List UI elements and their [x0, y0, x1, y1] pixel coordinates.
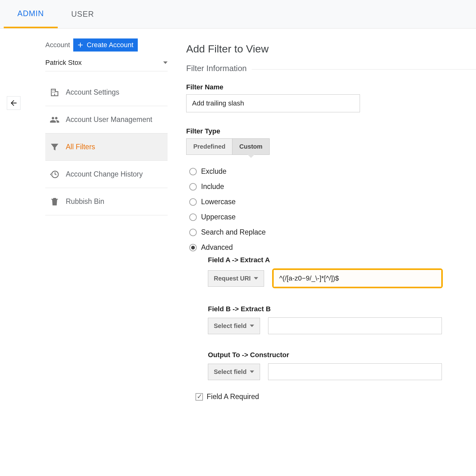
history-icon — [50, 169, 60, 179]
radio-icon — [189, 244, 197, 251]
radio-icon — [189, 168, 197, 175]
create-account-button[interactable]: Create Account — [73, 38, 138, 52]
radio-advanced[interactable]: Advanced — [189, 243, 476, 252]
field-b-select-label: Select field — [214, 322, 247, 330]
nav-label: Account Settings — [66, 88, 119, 97]
chevron-down-icon — [250, 325, 254, 327]
field-b-select[interactable]: Select field — [208, 318, 260, 334]
field-b-label: Field B -> Extract B — [208, 305, 476, 313]
trash-icon — [50, 197, 60, 207]
gutter — [0, 29, 20, 401]
field-a-required-checkbox[interactable]: Field A Required — [186, 393, 476, 401]
radio-include[interactable]: Include — [189, 182, 476, 191]
filter-type-toggle: Predefined Custom — [186, 138, 476, 155]
field-a-select[interactable]: Request URI — [208, 270, 264, 287]
output-input[interactable] — [268, 363, 442, 380]
radio-lowercase[interactable]: Lowercase — [189, 198, 476, 206]
account-column: Account Create Account Patrick Stox Acco… — [20, 29, 176, 401]
field-a-label: Field A -> Extract A — [208, 256, 476, 264]
radio-label: Advanced — [201, 243, 233, 252]
topbar: ADMIN USER — [0, 0, 476, 29]
filter-icon — [50, 142, 60, 152]
field-b-input[interactable] — [268, 317, 442, 334]
checkbox-icon — [195, 393, 203, 401]
collapse-button[interactable] — [7, 96, 20, 110]
nav-label: Account Change History — [66, 170, 143, 178]
field-a-highlight — [272, 268, 443, 288]
chevron-down-icon — [163, 61, 168, 64]
nav-change-history[interactable]: Account Change History — [45, 161, 168, 188]
radio-label: Exclude — [201, 167, 227, 176]
toggle-predefined[interactable]: Predefined — [186, 138, 232, 155]
section-filter-info: Filter Information — [186, 64, 247, 73]
chevron-down-icon — [254, 277, 258, 280]
plus-icon — [76, 41, 84, 49]
output-select-label: Select field — [214, 368, 247, 375]
output-select[interactable]: Select field — [208, 364, 260, 380]
nav-rubbish-bin[interactable]: Rubbish Bin — [45, 188, 168, 215]
account-select[interactable]: Patrick Stox — [45, 54, 168, 71]
radio-search-replace[interactable]: Search and Replace — [189, 228, 476, 236]
account-selected-name: Patrick Stox — [45, 59, 82, 67]
checkbox-label: Field A Required — [207, 393, 259, 401]
toggle-custom[interactable]: Custom — [232, 138, 269, 155]
field-a-select-label: Request URI — [214, 275, 251, 282]
radio-label: Include — [201, 182, 224, 191]
filter-name-label: Filter Name — [186, 83, 476, 91]
account-column-label: Account — [45, 41, 70, 49]
radio-icon — [189, 229, 197, 236]
nav-all-filters[interactable]: All Filters — [45, 133, 168, 161]
nav-label: Account User Management — [66, 115, 152, 124]
filter-type-label: Filter Type — [186, 127, 476, 135]
radio-exclude[interactable]: Exclude — [189, 167, 476, 176]
radio-label: Search and Replace — [201, 228, 266, 236]
users-icon — [50, 115, 60, 125]
page-title: Add Filter to View — [186, 43, 476, 55]
nav-label: All Filters — [66, 143, 95, 151]
create-account-label: Create Account — [87, 41, 133, 49]
chevron-down-icon — [250, 370, 254, 373]
radio-label: Uppercase — [201, 213, 236, 221]
radio-label: Lowercase — [201, 198, 236, 206]
filter-name-input[interactable] — [186, 94, 360, 112]
nav-user-management[interactable]: Account User Management — [45, 106, 168, 133]
back-arrow-icon — [9, 99, 18, 107]
tab-user[interactable]: USER — [58, 0, 108, 28]
building-icon — [50, 88, 60, 97]
nav-account-settings[interactable]: Account Settings — [45, 79, 168, 106]
tab-admin[interactable]: ADMIN — [4, 0, 58, 28]
radio-icon — [189, 183, 197, 191]
nav-label: Rubbish Bin — [66, 197, 104, 206]
output-label: Output To -> Constructor — [208, 351, 476, 359]
field-a-input[interactable] — [274, 270, 441, 287]
radio-icon — [189, 213, 197, 221]
radio-icon — [189, 198, 197, 206]
radio-uppercase[interactable]: Uppercase — [189, 213, 476, 221]
content: Add Filter to View Filter Information Fi… — [176, 29, 476, 401]
